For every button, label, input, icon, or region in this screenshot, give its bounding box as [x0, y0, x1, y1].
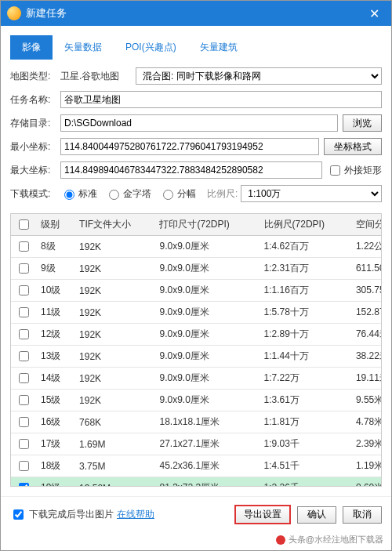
window-title: 新建任务: [26, 6, 363, 20]
content-area: 影像 矢量数据 POI(兴趣点) 矢量建筑 地图类型: 卫星.谷歌地图 混合图:…: [1, 26, 391, 496]
row-checkbox[interactable]: [19, 329, 29, 339]
cell-size: 768K: [74, 411, 154, 433]
tab-imagery[interactable]: 影像: [10, 35, 53, 60]
row-checkbox[interactable]: [19, 241, 29, 252]
outer-rect-label: 外接矩形: [344, 164, 382, 177]
watermark-icon: [276, 535, 285, 545]
export-pic-label: 下载完成后导出图片: [29, 508, 114, 521]
table-row[interactable]: 14级192K9.0x9.0厘米1:7.22万19.11米2: [11, 368, 382, 390]
cell-print: 9.0x9.0厘米: [154, 346, 259, 368]
cell-size: 192K: [74, 368, 154, 390]
cell-print: 9.0x9.0厘米: [154, 324, 259, 346]
cell-print: 27.1x27.1厘米: [154, 433, 259, 455]
table-row[interactable]: 16级768K18.1x18.1厘米1:1.81万4.78米2: [11, 411, 382, 433]
cell-scale: 1:7.22万: [260, 368, 351, 390]
row-save-dir: 存储目录: 浏览: [10, 114, 382, 132]
row-task-name: 任务名称:: [10, 91, 382, 108]
table-row[interactable]: 10级192K9.0x9.0厘米1:1.16百万305.75米2: [11, 280, 382, 302]
col-scale[interactable]: 比例尺(72DPI): [260, 214, 351, 236]
table-row[interactable]: 8级192K9.0x9.0厘米1:4.62百万1.22公里2: [11, 236, 382, 258]
mode-radio-pyramid[interactable]: [109, 190, 119, 200]
max-coord-label: 最大坐标:: [10, 164, 56, 177]
mode-radio-standard[interactable]: [64, 190, 74, 200]
watermark-text: 头条@水经注地图下载器: [289, 534, 383, 546]
cell-res: 1.19米: [351, 455, 382, 477]
cell-res: 0.60米: [351, 477, 382, 488]
row-checkbox[interactable]: [19, 263, 29, 274]
row-checkbox[interactable]: [19, 395, 29, 405]
cell-print: 81.3x72.3厘米: [154, 477, 259, 488]
row-checkbox[interactable]: [19, 373, 29, 383]
level-table-wrap[interactable]: 级别 TIF文件大小 打印尺寸(72DPI) 比例尺(72DPI) 空间分辨率 …: [10, 213, 382, 487]
table-row[interactable]: 15级192K9.0x9.0厘米1:3.61万9.55米2: [11, 390, 382, 411]
table-row[interactable]: 12级192K9.0x9.0厘米1:2.89十万76.44米2: [11, 324, 382, 346]
table-row[interactable]: 19级13.50M81.3x72.3厘米1:2.26千0.60米2: [11, 477, 382, 488]
tab-poi[interactable]: POI(兴趣点): [114, 35, 188, 60]
row-checkbox[interactable]: [19, 417, 29, 427]
cell-level: 13级: [36, 346, 74, 368]
min-coord-input[interactable]: [60, 138, 319, 155]
max-coord-input[interactable]: [60, 161, 322, 179]
col-res[interactable]: 空间分辨率: [351, 214, 382, 236]
save-dir-input[interactable]: [60, 114, 338, 132]
map-subtype-select[interactable]: 混合图: 同时下载影像和路网: [136, 67, 382, 85]
cell-scale: 1:2.89十万: [260, 324, 351, 346]
cell-level: 14级: [36, 368, 74, 390]
cell-res: 611.50米: [351, 258, 382, 280]
outer-rect-checkbox[interactable]: [330, 165, 340, 176]
ok-button[interactable]: 确认: [297, 506, 336, 524]
row-checkbox[interactable]: [19, 351, 29, 361]
col-print[interactable]: 打印尺寸(72DPI): [154, 214, 259, 236]
cell-print: 9.0x9.0厘米: [154, 236, 259, 258]
help-link[interactable]: 在线帮助: [117, 508, 154, 521]
cell-scale: 1:1.16百万: [260, 280, 351, 302]
table-row[interactable]: 11级192K9.0x9.0厘米1:5.78十万152.87米2: [11, 302, 382, 324]
cell-scale: 1:5.78十万: [260, 302, 351, 324]
table-row[interactable]: 9级192K9.0x9.0厘米1:2.31百万611.50米2: [11, 258, 382, 280]
row-checkbox[interactable]: [19, 285, 29, 295]
row-min-coord: 最小坐标: 坐标格式: [10, 138, 382, 155]
row-checkbox[interactable]: [19, 483, 29, 487]
task-name-input[interactable]: [60, 91, 382, 108]
col-level[interactable]: 级别: [36, 214, 74, 236]
scale-select[interactable]: 1:100万: [241, 185, 382, 202]
cell-res: 38.22米: [351, 346, 382, 368]
cell-print: 45.2x36.1厘米: [154, 455, 259, 477]
table-row[interactable]: 17级1.69M27.1x27.1厘米1:9.03千2.39米2: [11, 433, 382, 455]
cell-print: 18.1x18.1厘米: [154, 411, 259, 433]
cell-print: 9.0x9.0厘米: [154, 302, 259, 324]
cell-level: 10级: [36, 280, 74, 302]
export-settings-button[interactable]: 导出设置: [234, 505, 291, 524]
table-row[interactable]: 13级192K9.0x9.0厘米1:1.44十万38.22米2: [11, 346, 382, 368]
row-checkbox[interactable]: [19, 461, 29, 471]
min-coord-label: 最小坐标:: [10, 140, 56, 154]
close-icon[interactable]: ✕: [363, 2, 385, 24]
cell-size: 1.69M: [74, 433, 154, 455]
cell-scale: 1:9.03千: [260, 433, 351, 455]
mode-radio-tiled[interactable]: [163, 190, 173, 200]
row-checkbox[interactable]: [19, 439, 29, 449]
col-size[interactable]: TIF文件大小: [74, 214, 154, 236]
export-pic-checkbox[interactable]: [13, 509, 24, 520]
cell-print: 9.0x9.0厘米: [154, 280, 259, 302]
row-checkbox[interactable]: [19, 307, 29, 317]
tab-vector-data[interactable]: 矢量数据: [53, 35, 114, 60]
cell-level: 12级: [36, 324, 74, 346]
scale-prefix: 比例尺:: [207, 187, 238, 201]
watermark: 头条@水经注地图下载器: [1, 532, 391, 550]
select-all-checkbox[interactable]: [19, 219, 29, 230]
table-row[interactable]: 18级3.75M45.2x36.1厘米1:4.51千1.19米2: [11, 455, 382, 477]
cell-scale: 1:1.81万: [260, 411, 351, 433]
cell-level: 11级: [36, 302, 74, 324]
coord-format-button[interactable]: 坐标格式: [324, 138, 382, 155]
cancel-button[interactable]: 取消: [343, 506, 382, 524]
cell-level: 19级: [36, 477, 74, 488]
browse-button[interactable]: 浏览: [343, 114, 382, 132]
cell-level: 16级: [36, 411, 74, 433]
tab-vector-building[interactable]: 矢量建筑: [188, 35, 249, 60]
cell-size: 13.50M: [74, 477, 154, 488]
mode-radios: 标准 金字塔 分幅 比例尺: 1:100万: [60, 185, 382, 202]
map-type-value: 卫星.谷歌地图: [60, 70, 131, 83]
cell-res: 4.78米: [351, 411, 382, 433]
titlebar[interactable]: 新建任务 ✕: [1, 1, 391, 26]
